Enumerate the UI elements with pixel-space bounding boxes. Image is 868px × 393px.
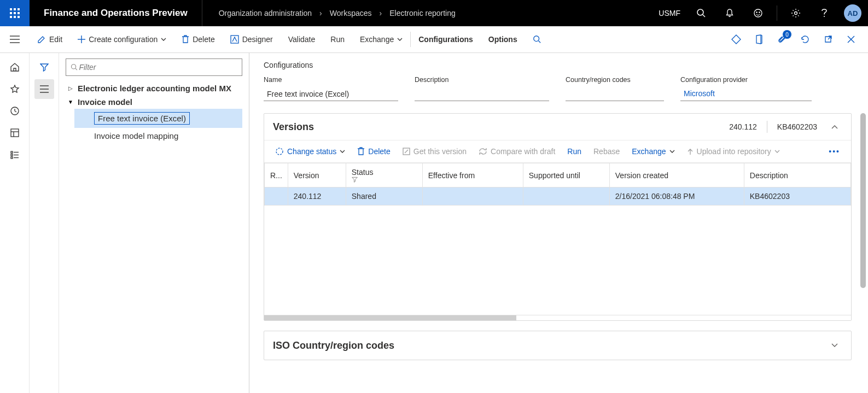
edit-label: Edit <box>49 35 62 44</box>
popout-button[interactable] <box>818 29 838 50</box>
diamond-icon <box>731 34 741 44</box>
svg-rect-2 <box>18 8 20 10</box>
waffle-icon <box>10 8 20 18</box>
svg-point-22 <box>533 36 539 42</box>
actionbar-right: 0 <box>726 29 868 50</box>
titlebar: Finance and Operations Preview Organizat… <box>0 0 868 26</box>
office-icon <box>755 34 764 44</box>
help-button[interactable] <box>812 0 836 26</box>
svg-rect-6 <box>10 16 12 18</box>
bell-icon <box>725 8 735 18</box>
search-button[interactable] <box>689 0 713 26</box>
designer-button[interactable]: Designer <box>223 26 281 52</box>
svg-rect-7 <box>14 16 16 18</box>
close-icon <box>847 36 855 43</box>
actionbar: Edit Create configuration Delete Designe… <box>0 26 868 53</box>
run-label: Run <box>330 35 345 44</box>
svg-line-23 <box>538 41 540 43</box>
chevron-right-icon: › <box>375 9 387 17</box>
svg-point-11 <box>754 9 762 17</box>
edit-button[interactable]: Edit <box>30 26 70 52</box>
breadcrumb-item[interactable]: Workspaces <box>330 9 372 17</box>
diamond-button[interactable] <box>726 29 747 50</box>
options-tab[interactable]: Options <box>481 26 525 52</box>
chevron-right-icon: › <box>315 9 327 17</box>
titlebar-actions: USMF AD <box>659 0 868 26</box>
settings-button[interactable] <box>784 0 808 26</box>
exchange-label: Exchange <box>360 35 394 44</box>
feedback-button[interactable] <box>746 0 770 26</box>
gear-icon <box>791 8 801 18</box>
popout-icon <box>824 35 832 44</box>
trash-icon <box>182 35 189 44</box>
create-configuration-button[interactable]: Create configuration <box>70 26 174 52</box>
svg-rect-4 <box>14 12 16 14</box>
validate-label: Validate <box>288 35 316 44</box>
options-label: Options <box>488 35 517 44</box>
app-launcher[interactable] <box>0 0 30 26</box>
divider <box>777 5 777 21</box>
office-button[interactable] <box>749 29 770 50</box>
delete-button[interactable]: Delete <box>174 26 222 52</box>
breadcrumb-item[interactable]: Organization administration <box>219 9 312 17</box>
chevron-down-icon <box>161 38 166 41</box>
configurations-label: Configurations <box>418 35 473 44</box>
svg-point-12 <box>756 12 757 13</box>
hamburger-icon <box>10 36 20 43</box>
nav-toggle[interactable] <box>0 26 30 52</box>
search-icon <box>533 35 541 44</box>
notifications-button[interactable] <box>718 0 742 26</box>
configurations-tab[interactable]: Configurations <box>411 26 481 52</box>
svg-rect-5 <box>18 12 20 14</box>
smiley-icon <box>753 8 763 18</box>
validate-button[interactable]: Validate <box>281 26 323 52</box>
svg-point-9 <box>697 9 703 15</box>
refresh-icon <box>800 34 810 44</box>
chevron-down-icon <box>397 38 403 41</box>
svg-point-14 <box>795 12 797 15</box>
refresh-button[interactable] <box>795 29 815 50</box>
run-button[interactable]: Run <box>323 26 352 52</box>
svg-line-10 <box>703 15 705 17</box>
help-icon <box>820 8 829 18</box>
attachments-button[interactable]: 0 <box>772 29 793 50</box>
create-label: Create configuration <box>89 35 158 44</box>
svg-rect-0 <box>10 8 12 10</box>
app-title: Finance and Operations Preview <box>30 0 202 26</box>
designer-label: Designer <box>242 35 273 44</box>
avatar[interactable]: AD <box>844 4 861 22</box>
badge: 0 <box>783 30 791 39</box>
svg-rect-8 <box>18 16 20 18</box>
breadcrumb-item[interactable]: Electronic reporting <box>389 9 456 17</box>
svg-rect-1 <box>14 8 16 10</box>
search-actionbar-button[interactable] <box>525 26 549 52</box>
company-code[interactable]: USMF <box>659 9 685 17</box>
breadcrumb: Organization administration › Workspaces… <box>202 9 456 17</box>
plus-icon <box>78 36 85 43</box>
search-icon <box>696 8 706 18</box>
delete-label: Delete <box>193 35 214 44</box>
svg-point-13 <box>759 12 760 13</box>
close-button[interactable] <box>841 29 861 50</box>
svg-point-15 <box>824 16 825 17</box>
exchange-button[interactable]: Exchange <box>352 26 410 52</box>
pencil-icon <box>37 35 46 44</box>
designer-icon <box>230 35 239 44</box>
svg-rect-3 <box>10 12 12 14</box>
